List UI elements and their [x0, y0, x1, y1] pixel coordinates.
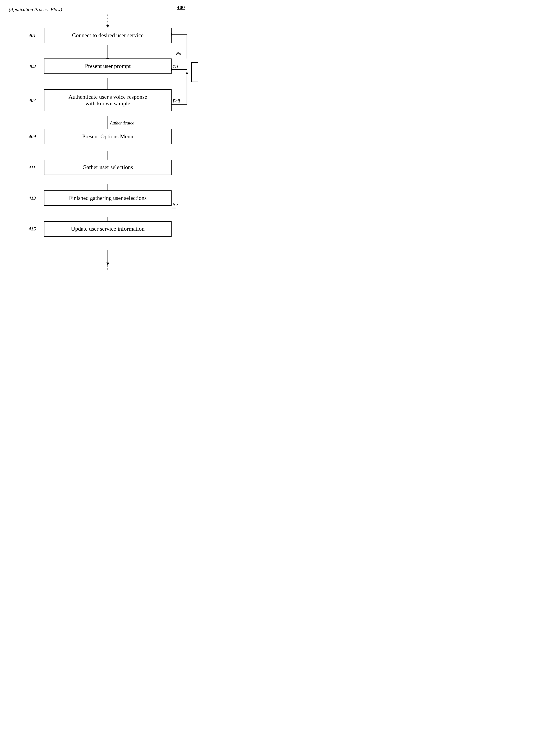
- step-413-label: 413: [29, 195, 36, 201]
- step-405-box: Prompt try again: [191, 62, 198, 82]
- step-413-box: Finished gathering user selections: [44, 190, 172, 206]
- step-415-box: Update user service information: [44, 221, 172, 236]
- step-411-box: Gather user selections: [44, 160, 172, 175]
- svg-text:No: No: [176, 51, 181, 56]
- step-411-container: 411 Gather user selections: [44, 160, 172, 175]
- step-411-label: 411: [29, 165, 35, 170]
- svg-marker-30: [106, 263, 109, 265]
- step-401-box: Connect to desired user service: [44, 28, 172, 43]
- step-403-container: 403 Present user prompt 405 Prompt try a…: [44, 58, 172, 74]
- step-403-box: Present user prompt: [44, 58, 172, 74]
- svg-text:No: No: [172, 202, 178, 207]
- svg-marker-1: [106, 25, 109, 28]
- figure-number: 400: [177, 4, 185, 10]
- step-403-label: 403: [29, 63, 36, 69]
- diagram-title: (Application Process Flow): [9, 7, 189, 12]
- step-413-container: 413 Finished gathering user selections: [44, 190, 172, 206]
- svg-text:Fail: Fail: [172, 98, 180, 103]
- step-401-container: 401 Connect to desired user service: [44, 28, 172, 43]
- step-409-container: 409 Present Options Menu: [44, 129, 172, 144]
- step-407-label: 407: [29, 97, 36, 103]
- step-415-label: 415: [29, 226, 36, 232]
- step-415-container: 415 Update user service information: [44, 221, 172, 236]
- step-409-box: Present Options Menu: [44, 129, 172, 144]
- step-407-container: 407 Authenticate user's voice response w…: [44, 89, 172, 111]
- svg-marker-8: [185, 72, 188, 74]
- flowchart: Fail Yes No Authenticated No Yes: [9, 14, 198, 263]
- step-409-label: 409: [29, 134, 36, 139]
- svg-text:Authenticated: Authenticated: [110, 121, 135, 125]
- step-407-box: Authenticate user's voice response with …: [44, 89, 172, 111]
- svg-text:Yes: Yes: [173, 64, 178, 69]
- step-401-label: 401: [29, 33, 36, 38]
- step-405-label: 405: [191, 56, 198, 61]
